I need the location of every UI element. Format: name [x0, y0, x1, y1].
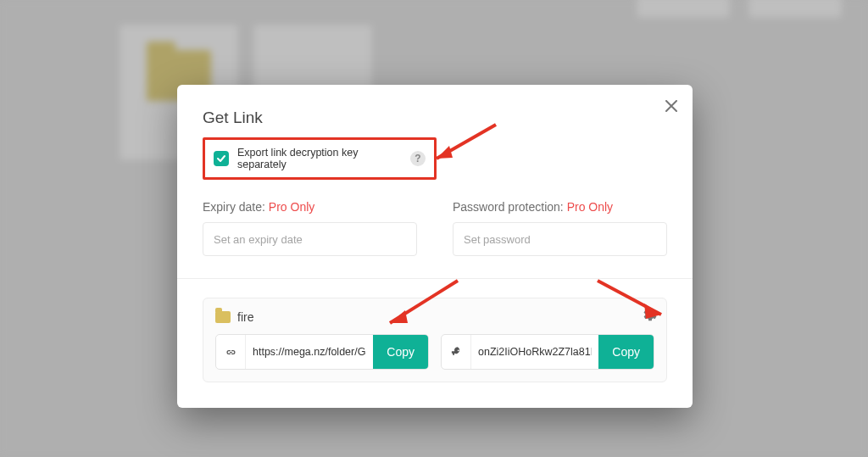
close-button[interactable]: [662, 97, 681, 115]
share-link-group: Copy: [215, 334, 429, 370]
gear-icon: [643, 307, 658, 322]
key-icon: [442, 335, 471, 369]
decryption-key-input[interactable]: [471, 335, 598, 369]
pro-only-badge: Pro Only: [269, 200, 314, 214]
export-key-option[interactable]: Export link decryption key separately ?: [203, 137, 437, 180]
expiry-date-input[interactable]: [203, 222, 417, 256]
modal-title: Get Link: [203, 109, 667, 127]
expiry-section: Expiry date: Pro Only: [203, 200, 417, 256]
item-name: fire: [237, 310, 253, 324]
export-key-label: Export link decryption key separately: [237, 147, 402, 170]
pro-only-badge: Pro Only: [567, 200, 613, 214]
close-icon: [665, 100, 677, 112]
password-title: Password protection: Pro Only: [453, 200, 667, 214]
share-link-card: fire Copy Copy: [203, 298, 667, 382]
expiry-title: Expiry date: Pro Only: [203, 200, 417, 214]
copy-key-button[interactable]: Copy: [598, 335, 654, 369]
password-section: Password protection: Pro Only: [453, 200, 667, 256]
link-settings-button[interactable]: [643, 307, 658, 322]
export-key-checkbox[interactable]: [214, 151, 229, 166]
get-link-modal: Get Link Export link decryption key sepa…: [177, 85, 693, 408]
copy-link-button[interactable]: Copy: [373, 335, 428, 369]
share-link-input[interactable]: [246, 335, 373, 369]
export-key-help-button[interactable]: ?: [410, 151, 426, 166]
decryption-key-group: Copy: [441, 334, 654, 370]
check-icon: [216, 153, 226, 164]
password-input[interactable]: [453, 222, 667, 256]
folder-icon: [215, 311, 231, 323]
link-icon: [216, 335, 246, 369]
